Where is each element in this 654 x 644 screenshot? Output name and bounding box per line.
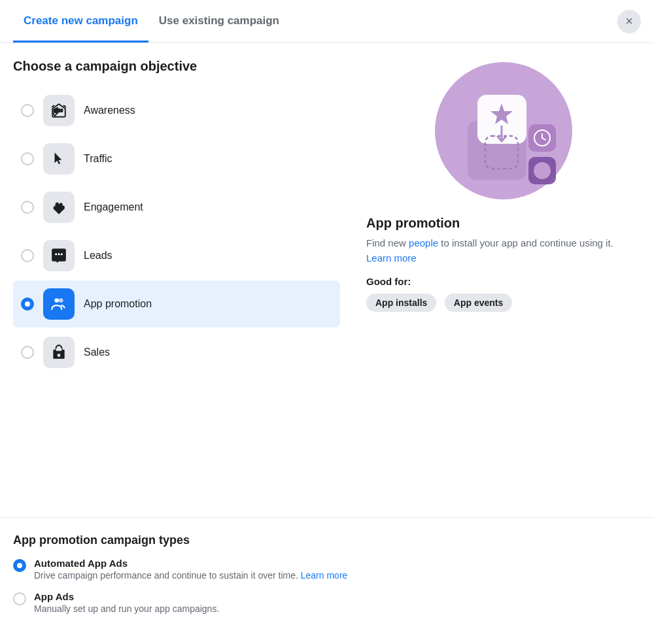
modal-content: Choose a campaign objective [0,43,654,517]
automated-desc-prefix: Drive campaign performance and continue … [34,570,298,581]
modal-header: Create new campaign Use existing campaig… [0,0,654,43]
preview-desc-prefix: Find new [366,237,409,248]
radio-leads[interactable] [21,249,34,262]
preview-title: App promotion [366,216,641,231]
svg-point-6 [61,253,63,255]
objective-item-leads[interactable]: Leads [13,232,340,279]
objective-list: Awareness Traffic [13,87,340,376]
leads-label: Leads [84,250,112,262]
radio-engagement[interactable] [21,201,34,214]
objective-item-app-promotion[interactable]: App promotion [13,280,340,328]
left-panel: Choose a campaign objective [13,59,340,501]
close-button[interactable]: × [617,10,641,33]
app-promotion-illustration [432,59,576,203]
sales-label: Sales [84,347,110,358]
awareness-icon [43,95,75,126]
radio-app-ads[interactable] [13,592,26,605]
section-title: Choose a campaign objective [13,59,340,74]
preview-people-link[interactable]: people [409,237,438,248]
automated-option-text: Automated App Ads Drive campaign perform… [34,558,641,581]
svg-point-4 [55,253,57,255]
objective-item-awareness[interactable]: Awareness [13,87,340,134]
option-automated-app-ads[interactable]: Automated App Ads Drive campaign perform… [13,558,641,581]
automated-learn-more[interactable]: Learn more [301,570,348,581]
traffic-icon [43,143,75,175]
automated-label: Automated App Ads [34,558,641,569]
svg-point-23 [534,162,551,179]
radio-traffic[interactable] [21,152,34,165]
radio-awareness[interactable] [21,104,34,117]
svg-rect-1 [58,109,60,113]
engagement-icon [43,192,75,223]
app-ads-desc: Manually set up and run your app campaig… [34,603,641,614]
svg-point-5 [58,253,60,255]
campaign-types-title: App promotion campaign types [13,534,641,547]
bottom-section: App promotion campaign types Automated A… [0,517,654,644]
preview-description: Find new people to install your app and … [366,236,641,265]
engagement-label: Engagement [84,201,143,213]
svg-point-7 [55,298,60,303]
app-ads-option-text: App Ads Manually set up and run your app… [34,591,641,614]
objective-item-traffic[interactable]: Traffic [13,135,340,182]
radio-app-promotion[interactable] [21,297,34,311]
sales-icon [43,337,75,368]
radio-automated[interactable] [13,559,26,572]
awareness-label: Awareness [84,105,135,116]
traffic-label: Traffic [84,153,112,165]
tab-use-existing[interactable]: Use existing campaign [148,1,290,42]
badge-app-events: App events [445,294,512,312]
right-panel: App promotion Find new people to install… [353,59,641,501]
svg-point-8 [59,298,63,303]
objective-item-sales[interactable]: Sales [13,329,340,376]
badges-container: App installs App events [366,294,641,317]
objective-item-engagement[interactable]: Engagement [13,184,340,231]
preview-desc-suffix: to install your app and continue using i… [438,237,613,248]
badge-app-installs: App installs [366,294,436,312]
preview-learn-more-link[interactable]: Learn more [366,252,417,263]
campaign-modal: Create new campaign Use existing campaig… [0,0,654,644]
app-ads-label: App Ads [34,591,641,602]
svg-rect-10 [56,348,62,351]
app-promotion-label: App promotion [84,298,152,310]
svg-rect-11 [58,354,60,356]
automated-desc: Drive campaign performance and continue … [34,570,641,581]
radio-sales[interactable] [21,346,34,359]
good-for-title: Good for: [366,276,641,287]
leads-icon [43,240,75,271]
tab-create-new[interactable]: Create new campaign [13,1,148,42]
app-promotion-icon [43,288,75,320]
option-app-ads[interactable]: App Ads Manually set up and run your app… [13,591,641,614]
